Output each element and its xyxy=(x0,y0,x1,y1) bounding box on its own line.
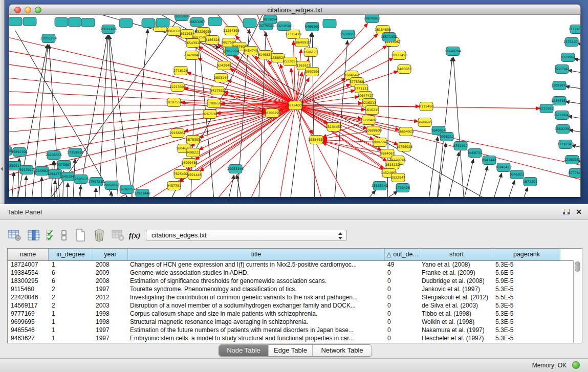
network-node[interactable]: 16648784 xyxy=(445,47,461,56)
network-node[interactable]: 1733426 xyxy=(396,184,410,192)
network-node[interactable]: 17359924 xyxy=(67,148,83,157)
cell[interactable]: 1 xyxy=(49,310,93,318)
network-node[interactable] xyxy=(9,17,22,26)
network-node[interactable]: 7485083 xyxy=(397,65,411,74)
column-header-name[interactable]: name xyxy=(8,249,49,260)
cell[interactable]: Yano et al. (2008) xyxy=(420,260,493,269)
network-node[interactable]: 9227342 xyxy=(555,65,569,74)
cell[interactable]: 0 xyxy=(385,310,420,318)
cell[interactable]: 9463627 xyxy=(8,334,49,342)
network-node[interactable]: 6777648 xyxy=(569,169,580,178)
table-row[interactable]: 1872400712008Changes of HCN gene express… xyxy=(8,260,574,269)
cell[interactable]: 22420046 xyxy=(8,293,49,301)
network-node[interactable]: 10973493 xyxy=(391,51,407,60)
network-node[interactable]: 9975887 xyxy=(57,161,71,169)
cell[interactable]: Hescheler et al. (1997) xyxy=(420,334,493,342)
table-row[interactable]: 2242004622012Investigating the contribut… xyxy=(8,293,574,301)
network-node[interactable]: 15751074 xyxy=(563,38,580,47)
network-node[interactable]: 20206556 xyxy=(46,151,62,160)
cell[interactable]: 2009 xyxy=(93,269,128,277)
cell[interactable]: 1 xyxy=(49,260,93,269)
network-node[interactable]: 18807243 xyxy=(372,138,388,147)
network-node[interactable]: 11254393 xyxy=(223,27,239,35)
network-node[interactable]: 16654923 xyxy=(398,127,414,136)
network-node[interactable]: 17957232 xyxy=(88,178,104,186)
cell[interactable]: 2008 xyxy=(93,260,128,269)
network-node[interactable]: 19218506 xyxy=(276,22,292,31)
network-node[interactable] xyxy=(23,17,36,26)
network-node[interactable]: 8813054 xyxy=(263,15,277,24)
tab-edge-table[interactable]: Edge Table xyxy=(268,345,312,356)
network-node[interactable] xyxy=(55,18,68,27)
cell[interactable]: Stergiakouli et al. (2012) xyxy=(420,293,493,301)
network-node[interactable]: 9242848 xyxy=(217,61,231,70)
cell[interactable]: 14569117 xyxy=(8,301,49,310)
network-node[interactable]: 16210643 xyxy=(554,111,570,120)
network-node[interactable]: 20876862 xyxy=(364,15,380,23)
network-node[interactable]: 17710343 xyxy=(557,140,574,149)
cell[interactable]: 0 xyxy=(385,334,420,342)
cell[interactable]: 6 xyxy=(49,277,93,285)
network-node[interactable]: 12213399 xyxy=(169,83,186,92)
cell[interactable]: 2 xyxy=(49,293,93,301)
network-node[interactable]: 15892301 xyxy=(11,148,28,157)
cell[interactable]: 5.3E-5 xyxy=(493,301,560,310)
table-mode-icon[interactable] xyxy=(8,229,21,242)
network-node[interactable]: 7625402 xyxy=(173,170,188,179)
cell[interactable]: Nakamura et al. (1997) xyxy=(420,326,493,334)
cell[interactable]: 5.9E-5 xyxy=(493,277,560,285)
network-node[interactable]: 16945412 xyxy=(495,163,512,172)
cell[interactable]: Disruption of a novel member of a sodium… xyxy=(128,301,385,310)
network-node[interactable] xyxy=(208,17,222,26)
new-column-icon[interactable] xyxy=(74,229,87,242)
network-node[interactable]: 16543912 xyxy=(185,39,201,48)
column-header-title[interactable]: title xyxy=(128,249,385,260)
cell[interactable]: Investigating the contribution of common… xyxy=(128,293,385,301)
network-node[interactable]: 9146821 xyxy=(258,51,272,59)
cell[interactable]: 0 xyxy=(385,326,420,334)
cell[interactable]: Genome-wide association studies in ADHD. xyxy=(128,269,385,277)
column-visibility-icon[interactable] xyxy=(27,229,40,242)
cell[interactable]: Estimation of the future numbers of pati… xyxy=(128,326,385,334)
network-node[interactable]: 8454749 xyxy=(244,47,258,55)
cell[interactable]: 2 xyxy=(49,285,93,293)
cell[interactable]: 9699695 xyxy=(8,318,49,326)
network-node[interactable]: 9498222 xyxy=(186,148,200,157)
network-node[interactable]: 8427552 xyxy=(210,86,225,95)
table-row[interactable]: 946554611997Estimation of the future num… xyxy=(8,326,574,334)
column-header-pagerank[interactable]: pagerank xyxy=(493,249,560,260)
memory-indicator[interactable] xyxy=(572,361,580,369)
table-row[interactable]: 946362711997Embryonic stem cells: a mode… xyxy=(8,334,574,342)
cell[interactable]: 18300295 xyxy=(8,277,49,285)
network-node[interactable]: 12444154 xyxy=(551,97,568,105)
network-node[interactable]: 16782753 xyxy=(119,185,135,194)
cell[interactable]: 0 xyxy=(385,293,420,301)
network-node[interactable]: 11124556 xyxy=(569,25,580,34)
column-header-short[interactable]: short xyxy=(420,249,493,260)
column-header-out_de[interactable]: △ out_de... xyxy=(385,249,420,260)
network-node[interactable]: 8960128 xyxy=(167,27,181,36)
cell[interactable]: 5.3E-5 xyxy=(493,318,560,326)
network-node[interactable] xyxy=(81,18,95,27)
network-node[interactable]: 12505135 xyxy=(73,175,89,184)
cell[interactable]: Dudbridge et al. (2008) xyxy=(420,277,493,285)
network-node[interactable]: 9245022 xyxy=(510,170,524,179)
left-splitter[interactable] xyxy=(0,0,5,204)
cell[interactable]: 0 xyxy=(385,301,420,310)
network-node[interactable]: 9699695 xyxy=(418,118,432,127)
cell[interactable]: Estimation of significance thresholds fo… xyxy=(128,277,385,285)
cell[interactable]: Tibbo et al. (1998) xyxy=(420,310,493,318)
cell[interactable]: Changes of HCN gene expression and I(f) … xyxy=(128,260,385,269)
tab-node-table[interactable]: Node Table xyxy=(219,345,268,356)
cell[interactable]: de Silva et al. (2003) xyxy=(420,301,493,310)
cell[interactable]: 1998 xyxy=(93,318,128,326)
network-node[interactable]: 1616215 xyxy=(365,106,379,115)
table-row[interactable]: 977716911998Corpus callosum shape and si… xyxy=(8,310,574,318)
table-row[interactable]: 1830029562008Estimation of significance … xyxy=(8,277,574,285)
cell[interactable]: 9777169 xyxy=(8,310,49,318)
cell[interactable]: 5.5E-5 xyxy=(493,293,560,301)
cell[interactable]: 0 xyxy=(385,318,420,326)
cell[interactable]: 5.3E-5 xyxy=(493,326,560,334)
cell[interactable]: 0 xyxy=(385,277,420,285)
network-node[interactable]: 9938212 xyxy=(440,133,454,141)
